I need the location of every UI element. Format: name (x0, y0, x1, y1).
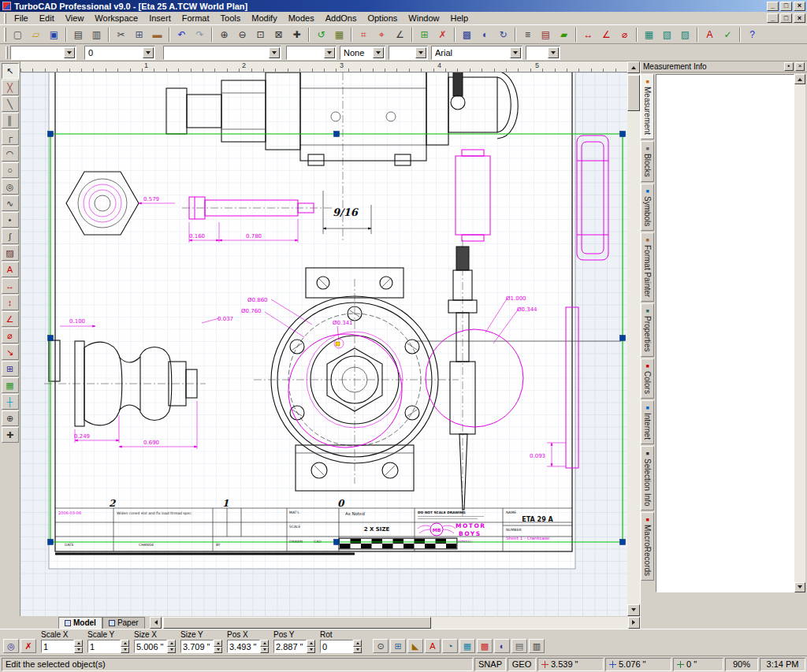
dim-radius-tool[interactable]: ⌀ (2, 328, 19, 343)
menu-item[interactable]: Tools (215, 13, 247, 24)
scroll-down-button[interactable] (627, 604, 640, 616)
print-icon[interactable]: ▤ (69, 26, 87, 43)
zoom-extents-icon[interactable]: ⊠ (270, 26, 288, 43)
mdi-close-button[interactable]: × (794, 13, 805, 23)
help-icon[interactable]: ? (743, 26, 761, 43)
menu-item[interactable]: Edit (34, 13, 60, 24)
dim-vertical-tool[interactable]: ↕ (2, 295, 19, 310)
format-painter-icon[interactable]: ▰ (555, 26, 573, 43)
paste-icon[interactable]: ▬ (148, 26, 166, 43)
inspector-field-input[interactable] (180, 640, 214, 653)
leader-tool[interactable]: ↘ (2, 344, 19, 360)
combo-dropdown-button[interactable] (415, 47, 426, 58)
polyline-tool[interactable]: ┌ (2, 129, 19, 145)
line-style-combo[interactable] (389, 46, 428, 60)
reference-point-button[interactable]: ◎ (3, 639, 19, 653)
menu-item[interactable]: Help (444, 13, 474, 24)
dim-angle-tool[interactable]: ∠ (2, 311, 19, 327)
combo-dropdown-button[interactable] (269, 47, 280, 58)
panel-scrollbar[interactable] (794, 74, 805, 592)
ortho-icon[interactable]: ∠ (391, 26, 409, 43)
menu-item[interactable]: AddOns (320, 13, 363, 24)
line-tool[interactable]: ╲ (2, 96, 19, 112)
combo-dropdown-button[interactable] (64, 47, 75, 58)
insert-block-tool[interactable]: ⊞ (2, 361, 19, 377)
redo-icon[interactable]: ↷ (191, 26, 209, 43)
close-button[interactable]: × (794, 2, 805, 11)
combo-dropdown-button[interactable] (373, 47, 384, 58)
tab-paper[interactable]: Paper (102, 617, 145, 629)
redraw-icon[interactable]: ↺ (312, 26, 330, 43)
tab-measurement[interactable]: ■ Measurement (641, 74, 654, 139)
pan-tool[interactable]: ✚ (2, 427, 19, 443)
arc-tool[interactable]: ◠ (2, 146, 19, 162)
inspector-field-input[interactable] (227, 640, 260, 653)
angle-dimension-icon[interactable]: ∠ (597, 26, 615, 43)
layers-icon[interactable]: ≡ (519, 26, 537, 43)
selection-handle[interactable] (620, 540, 626, 545)
spinner-up-button[interactable] (307, 640, 315, 647)
diameter-dimension-icon[interactable]: ⌀ (615, 26, 634, 43)
coordinate-z-cell[interactable]: 0 " (673, 658, 723, 671)
pattern-combo[interactable]: None (340, 46, 385, 60)
pin-icon[interactable]: ▪ (784, 62, 794, 71)
vertical-scroll-thumb[interactable] (627, 75, 640, 111)
coordinate-y-cell[interactable]: 5.076 " (605, 658, 671, 671)
spinner-down-button[interactable] (260, 647, 269, 654)
open-icon[interactable]: ▱ (27, 26, 45, 43)
combo-dropdown-button[interactable] (143, 47, 154, 58)
layer-combo[interactable] (163, 46, 281, 60)
deselect-button[interactable]: ✗ (20, 639, 36, 653)
spinner-down-button[interactable] (167, 647, 176, 654)
group-icon[interactable]: ⊞ (415, 26, 433, 43)
print-area-button[interactable]: ▥ (529, 639, 545, 653)
sketch-tool[interactable]: ∫ (2, 228, 19, 244)
color-combo[interactable] (286, 46, 337, 60)
wireframe-icon[interactable]: ▦ (330, 26, 348, 43)
inspector-field-input[interactable] (273, 640, 307, 653)
panel-scroll-down-button[interactable] (794, 582, 805, 592)
tab-blocks[interactable]: ■ Blocks (641, 141, 654, 181)
save-icon[interactable]: ▣ (45, 26, 63, 43)
zoom-in-icon[interactable]: ⊕ (215, 26, 233, 43)
point-tool[interactable]: • (2, 212, 19, 228)
database-icon[interactable]: ▧ (658, 26, 676, 43)
menu-item[interactable]: Insert (143, 13, 177, 24)
selection-handle[interactable] (48, 540, 54, 545)
close-icon[interactable]: × (795, 62, 805, 71)
spinner-up-button[interactable] (74, 640, 83, 647)
zoom-tool[interactable]: ⊕ (2, 410, 19, 426)
spinner-down-button[interactable] (353, 647, 362, 654)
insert-image-tool[interactable]: ▦ (2, 377, 19, 393)
pen-width-combo[interactable]: 0 (84, 46, 155, 60)
inspector-field-input[interactable] (320, 640, 353, 653)
mdi-restore-button[interactable]: □ (780, 13, 792, 23)
spinner-down-button[interactable] (74, 647, 83, 654)
spinner-down-button[interactable] (307, 647, 315, 654)
combo-dropdown-button[interactable] (548, 47, 559, 58)
spinner-up-button[interactable] (353, 640, 362, 647)
mdi-minimize-button[interactable]: _ (767, 13, 779, 23)
properties-icon[interactable]: ▤ (537, 26, 555, 43)
zoom-window-icon[interactable]: ⊡ (251, 26, 270, 43)
array-icon[interactable]: ▩ (458, 26, 476, 43)
pan-icon[interactable]: ✚ (288, 26, 306, 43)
selection-handle[interactable] (620, 132, 626, 137)
selection-handle[interactable] (48, 336, 54, 341)
dim-horizontal-tool[interactable]: ↔ (2, 278, 19, 294)
geo-toggle[interactable]: GEO (508, 658, 536, 671)
tab-format-painter[interactable]: ■ Format Painter (641, 232, 654, 302)
coordinate-table-button[interactable]: ▦ (459, 639, 475, 653)
text-marker-button[interactable]: A (425, 639, 441, 653)
dimension-icon[interactable]: ↔ (579, 26, 597, 43)
minimize-button[interactable]: _ (767, 2, 779, 11)
inspector-field-input[interactable] (134, 640, 167, 653)
text-tool[interactable]: A (2, 262, 19, 277)
selection-handle[interactable] (334, 132, 340, 137)
new-icon[interactable]: ▢ (9, 26, 27, 43)
spinner-up-button[interactable] (214, 640, 222, 647)
combo-dropdown-button[interactable] (510, 47, 521, 58)
pick-reference-button[interactable]: ⊙ (373, 639, 389, 653)
zoom-out-icon[interactable]: ⊖ (233, 26, 251, 43)
style-combo[interactable] (10, 46, 76, 60)
